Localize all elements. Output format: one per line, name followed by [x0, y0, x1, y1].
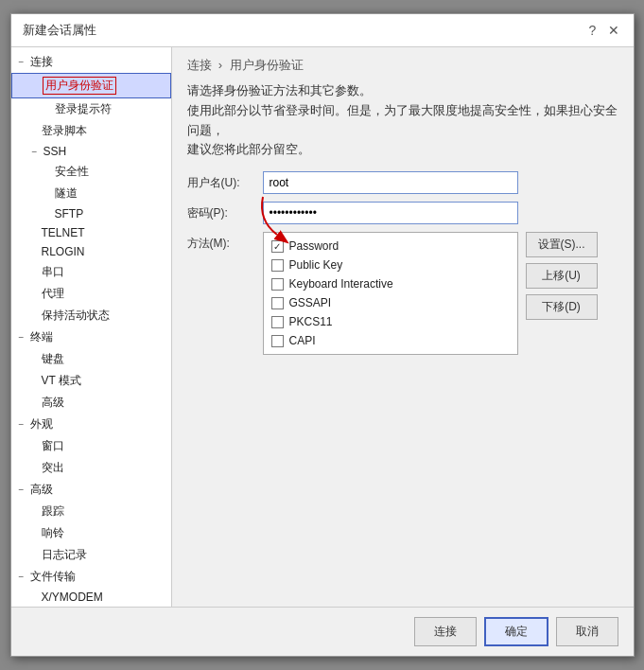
sidebar-item-window[interactable]: 窗口 — [11, 435, 171, 457]
sidebar-item-security[interactable]: 安全性 — [11, 161, 171, 183]
sidebar-item-label-serial: 串口 — [42, 264, 64, 280]
username-row: 用户名(U): — [187, 171, 618, 194]
method-checkbox-keyboard[interactable] — [271, 278, 284, 291]
cancel-button[interactable]: 取消 — [556, 617, 618, 646]
main-content: 连接 › 用户身份验证 请选择身份验证方法和其它参数。 使用此部分以节省登录时间… — [172, 47, 634, 607]
method-item-pubkey[interactable]: Public Key — [264, 256, 517, 274]
sidebar-item-label-login-prompt: 登录提示符 — [55, 101, 112, 117]
method-list-container: ✓PasswordPublic KeyKeyboard InteractiveG… — [263, 232, 598, 355]
password-label: 密码(P): — [187, 205, 263, 221]
method-checkbox-pkcs11[interactable] — [271, 316, 284, 328]
checkmark-icon: ✓ — [273, 241, 281, 252]
description: 请选择身份验证方法和其它参数。 使用此部分以节省登录时间。但是，为了最大限度地提… — [187, 81, 618, 160]
settings-button[interactable]: 设置(S)... — [526, 232, 598, 257]
description-line1: 请选择身份验证方法和其它参数。 — [187, 81, 618, 101]
method-label-password: Password — [289, 239, 339, 253]
breadcrumb: 连接 › 用户身份验证 — [187, 57, 618, 74]
sidebar-item-proxy[interactable]: 代理 — [11, 283, 171, 305]
connect-button[interactable]: 连接 — [414, 617, 477, 646]
breadcrumb-item-1: 连接 — [187, 58, 212, 72]
ok-button[interactable]: 确定 — [484, 617, 548, 646]
sidebar-item-label-conn: 连接 — [30, 54, 53, 70]
sidebar-item-label-tunnel: 隧道 — [55, 185, 78, 202]
sidebar-item-advanced2[interactable]: −高级 — [11, 479, 171, 501]
sidebar-item-auth[interactable]: 用户身份验证 — [11, 73, 171, 98]
sidebar-item-label-login-script: 登录脚本 — [42, 123, 87, 139]
method-checkbox-password[interactable]: ✓ — [271, 240, 284, 253]
sidebar-item-filetransfer[interactable]: −文件传输 — [11, 566, 171, 588]
method-item-gssapi[interactable]: GSSAPI — [264, 293, 517, 312]
sidebar-item-label-appearance: 外观 — [30, 416, 53, 432]
method-checkbox-gssapi[interactable] — [271, 297, 284, 309]
dialog-title: 新建会话属性 — [23, 22, 96, 39]
sidebar-item-trace[interactable]: 跟踪 — [11, 501, 171, 522]
sidebar-item-label-auth: 用户身份验证 — [43, 77, 116, 95]
method-label-pkcs11: PKCS11 — [289, 315, 333, 328]
sidebar-item-telnet[interactable]: TELNET — [11, 223, 171, 242]
breadcrumb-separator: › — [218, 58, 222, 72]
method-item-capi[interactable]: CAPI — [264, 331, 517, 350]
method-label: 方法(M): — [187, 232, 263, 252]
collapse-icon: − — [15, 484, 28, 497]
method-label-gssapi: GSSAPI — [289, 296, 332, 309]
sidebar-item-label-telnet: TELNET — [42, 226, 85, 239]
sidebar-item-tunnel[interactable]: 隧道 — [11, 183, 171, 204]
collapse-icon: − — [15, 331, 28, 344]
sidebar-item-label-vt-mode: VT 模式 — [42, 373, 81, 389]
method-item-keyboard[interactable]: Keyboard Interactive — [264, 274, 517, 293]
sidebar-item-login-script[interactable]: 登录脚本 — [11, 120, 171, 142]
dialog: 新建会话属性 ? ✕ −连接用户身份验证登录提示符登录脚本−SSH安全性隧道SF… — [10, 13, 635, 657]
collapse-icon: − — [15, 418, 28, 432]
sidebar-item-label-trace: 跟踪 — [42, 503, 64, 520]
sidebar-item-label-proxy: 代理 — [42, 286, 64, 302]
title-buttons: ? ✕ — [584, 22, 622, 39]
sidebar-item-label-window: 窗口 — [42, 438, 64, 454]
sidebar-item-advanced[interactable]: 高级 — [11, 392, 171, 414]
method-item-password[interactable]: ✓Password — [264, 237, 517, 256]
sidebar-item-label-advanced: 高级 — [42, 395, 64, 411]
collapse-icon: − — [28, 145, 42, 158]
sidebar: −连接用户身份验证登录提示符登录脚本−SSH安全性隧道SFTPTELNETRLO… — [11, 47, 172, 607]
method-checkbox-pubkey[interactable] — [271, 259, 284, 272]
sidebar-item-sftp[interactable]: SFTP — [11, 204, 171, 223]
sidebar-item-label-xymodem: X/YMODEM — [42, 591, 103, 604]
sidebar-item-label-terminal: 终端 — [30, 329, 53, 345]
method-label-pubkey: Public Key — [289, 258, 343, 272]
sidebar-item-label-rlogin: RLOGIN — [42, 245, 85, 258]
sidebar-item-rlogin[interactable]: RLOGIN — [11, 242, 171, 261]
move-down-button[interactable]: 下移(D) — [526, 294, 598, 320]
password-row: 密码(P): — [187, 202, 618, 224]
dialog-footer: 连接 确定 取消 — [11, 607, 634, 656]
sidebar-item-label-advanced2: 高级 — [30, 482, 53, 498]
sidebar-item-conn[interactable]: −连接 — [11, 51, 171, 73]
help-button[interactable]: ? — [584, 22, 601, 39]
sidebar-item-bell[interactable]: 响铃 — [11, 522, 171, 544]
method-checkbox-capi[interactable] — [271, 335, 284, 347]
sidebar-item-label-log: 日志记录 — [42, 547, 87, 563]
sidebar-item-highlight[interactable]: 突出 — [11, 457, 171, 479]
sidebar-item-xymodem[interactable]: X/YMODEM — [11, 588, 171, 607]
sidebar-item-log[interactable]: 日志记录 — [11, 544, 171, 566]
sidebar-item-login-prompt[interactable]: 登录提示符 — [11, 98, 171, 120]
username-input[interactable] — [263, 171, 518, 194]
sidebar-item-label-keepalive: 保持活动状态 — [42, 308, 110, 324]
sidebar-item-serial[interactable]: 串口 — [11, 261, 171, 283]
dialog-body: −连接用户身份验证登录提示符登录脚本−SSH安全性隧道SFTPTELNETRLO… — [11, 47, 634, 607]
sidebar-item-terminal[interactable]: −终端 — [11, 326, 171, 348]
method-label-capi: CAPI — [289, 334, 316, 347]
password-input[interactable] — [263, 202, 518, 224]
sidebar-item-appearance[interactable]: −外观 — [11, 414, 171, 435]
sidebar-item-ssh[interactable]: −SSH — [11, 142, 171, 161]
sidebar-item-label-sftp: SFTP — [55, 207, 84, 220]
sidebar-item-vt-mode[interactable]: VT 模式 — [11, 370, 171, 392]
method-buttons: 设置(S)... 上移(U) 下移(D) — [526, 232, 598, 320]
method-list: ✓PasswordPublic KeyKeyboard InteractiveG… — [263, 232, 518, 355]
method-section: 方法(M): ✓PasswordPublic KeyKeyboard Inter… — [187, 232, 618, 355]
method-item-pkcs11[interactable]: PKCS11 — [264, 312, 517, 331]
sidebar-item-keepalive[interactable]: 保持活动状态 — [11, 305, 171, 326]
move-up-button[interactable]: 上移(U) — [526, 263, 598, 289]
description-line2: 使用此部分以节省登录时间。但是，为了最大限度地提高安全性，如果担心安全问题， — [187, 101, 618, 141]
close-button[interactable]: ✕ — [605, 22, 622, 39]
sidebar-item-keyboard[interactable]: 键盘 — [11, 348, 171, 370]
username-label: 用户名(U): — [187, 175, 263, 191]
